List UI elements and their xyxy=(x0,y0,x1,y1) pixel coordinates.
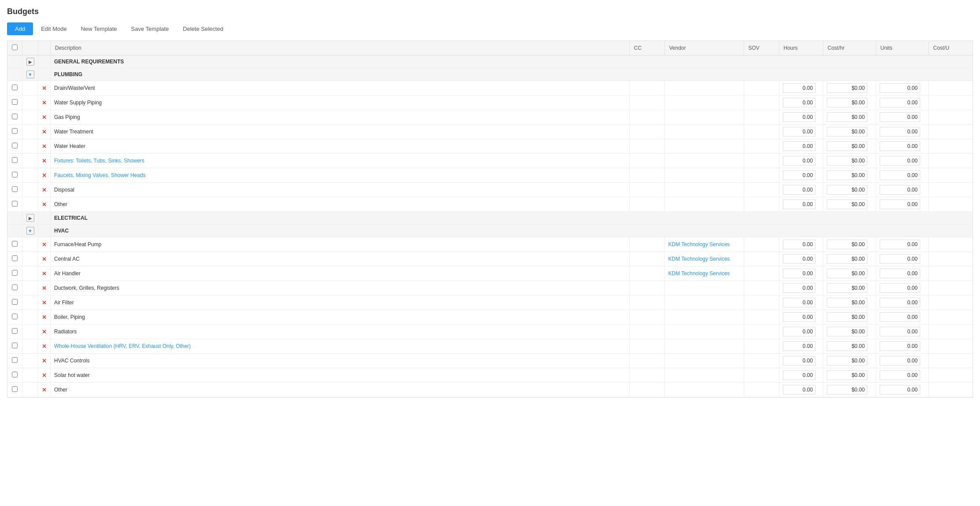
delete-icon[interactable]: ✕ xyxy=(42,285,47,292)
delete-icon[interactable]: ✕ xyxy=(42,114,47,121)
hours-input[interactable] xyxy=(783,141,816,151)
row-costhr-cell[interactable] xyxy=(823,252,876,266)
units-input[interactable] xyxy=(880,385,921,395)
costhr-input[interactable] xyxy=(827,156,868,166)
row-costhr-cell[interactable] xyxy=(823,237,876,252)
row-hours-cell[interactable] xyxy=(779,110,823,125)
hours-input[interactable] xyxy=(783,341,816,351)
row-hours-cell[interactable] xyxy=(779,383,823,397)
row-checkbox-cell[interactable] xyxy=(7,310,22,325)
row-delete-cell[interactable]: ✕ xyxy=(38,125,51,139)
delete-icon[interactable]: ✕ xyxy=(42,172,47,179)
hours-input[interactable] xyxy=(783,327,816,336)
row-checkbox-cell[interactable] xyxy=(7,183,22,197)
add-button[interactable]: Add xyxy=(7,22,33,35)
row-units-cell[interactable] xyxy=(876,139,929,154)
row-hours-cell[interactable] xyxy=(779,266,823,281)
row-hours-cell[interactable] xyxy=(779,197,823,212)
row-units-cell[interactable] xyxy=(876,339,929,354)
row-costhr-cell[interactable] xyxy=(823,354,876,368)
hours-input[interactable] xyxy=(783,112,816,122)
row-checkbox[interactable] xyxy=(12,386,18,392)
row-checkbox-cell[interactable] xyxy=(7,368,22,383)
row-costhr-cell[interactable] xyxy=(823,383,876,397)
delete-icon[interactable]: ✕ xyxy=(42,201,47,208)
row-costhr-cell[interactable] xyxy=(823,339,876,354)
delete-icon[interactable]: ✕ xyxy=(42,158,47,164)
row-checkbox-cell[interactable] xyxy=(7,266,22,281)
row-checkbox[interactable] xyxy=(12,201,18,207)
delete-icon[interactable]: ✕ xyxy=(42,372,47,379)
row-delete-cell[interactable]: ✕ xyxy=(38,383,51,397)
units-input[interactable] xyxy=(880,298,921,307)
hours-input[interactable] xyxy=(783,83,816,93)
row-delete-cell[interactable]: ✕ xyxy=(38,81,51,96)
row-units-cell[interactable] xyxy=(876,252,929,266)
row-checkbox-cell[interactable] xyxy=(7,281,22,295)
row-hours-cell[interactable] xyxy=(779,237,823,252)
delete-icon[interactable]: ✕ xyxy=(42,143,47,150)
row-delete-cell[interactable]: ✕ xyxy=(38,339,51,354)
row-hours-cell[interactable] xyxy=(779,125,823,139)
delete-icon[interactable]: ✕ xyxy=(42,129,47,135)
row-hours-cell[interactable] xyxy=(779,325,823,339)
row-checkbox[interactable] xyxy=(12,128,18,134)
row-delete-cell[interactable]: ✕ xyxy=(38,154,51,168)
row-units-cell[interactable] xyxy=(876,183,929,197)
row-checkbox-cell[interactable] xyxy=(7,354,22,368)
row-delete-cell[interactable]: ✕ xyxy=(38,197,51,212)
delete-selected-button[interactable]: Delete Selected xyxy=(177,22,230,35)
row-hours-cell[interactable] xyxy=(779,139,823,154)
row-checkbox[interactable] xyxy=(12,186,18,192)
row-delete-cell[interactable]: ✕ xyxy=(38,325,51,339)
row-units-cell[interactable] xyxy=(876,110,929,125)
row-hours-cell[interactable] xyxy=(779,295,823,310)
costhr-input[interactable] xyxy=(827,98,868,107)
costhr-input[interactable] xyxy=(827,127,868,137)
row-checkbox[interactable] xyxy=(12,314,18,319)
row-checkbox[interactable] xyxy=(12,172,18,177)
delete-icon[interactable]: ✕ xyxy=(42,343,47,350)
delete-icon[interactable]: ✕ xyxy=(42,241,47,248)
row-checkbox-cell[interactable] xyxy=(7,168,22,183)
row-units-cell[interactable] xyxy=(876,310,929,325)
row-checkbox[interactable] xyxy=(12,270,18,276)
row-delete-cell[interactable]: ✕ xyxy=(38,183,51,197)
row-checkbox[interactable] xyxy=(12,99,18,105)
row-checkbox-cell[interactable] xyxy=(7,96,22,110)
costhr-input[interactable] xyxy=(827,370,868,380)
units-input[interactable] xyxy=(880,98,921,107)
units-input[interactable] xyxy=(880,83,921,93)
row-hours-cell[interactable] xyxy=(779,96,823,110)
row-checkbox[interactable] xyxy=(12,357,18,363)
costhr-input[interactable] xyxy=(827,356,868,366)
row-costhr-cell[interactable] xyxy=(823,110,876,125)
row-costhr-cell[interactable] xyxy=(823,96,876,110)
delete-icon[interactable]: ✕ xyxy=(42,187,47,193)
row-checkbox[interactable] xyxy=(12,241,18,247)
costhr-input[interactable] xyxy=(827,83,868,93)
row-units-cell[interactable] xyxy=(876,81,929,96)
units-input[interactable] xyxy=(880,156,921,166)
row-units-cell[interactable] xyxy=(876,237,929,252)
units-input[interactable] xyxy=(880,112,921,122)
row-hours-cell[interactable] xyxy=(779,154,823,168)
units-input[interactable] xyxy=(880,269,921,278)
delete-icon[interactable]: ✕ xyxy=(42,270,47,277)
row-checkbox-cell[interactable] xyxy=(7,295,22,310)
edit-mode-button[interactable]: Edit Mode xyxy=(35,22,73,35)
row-delete-cell[interactable]: ✕ xyxy=(38,96,51,110)
units-input[interactable] xyxy=(880,283,921,293)
save-template-button[interactable]: Save Template xyxy=(125,22,175,35)
costhr-input[interactable] xyxy=(827,269,868,278)
units-input[interactable] xyxy=(880,170,921,180)
delete-icon[interactable]: ✕ xyxy=(42,100,47,106)
costhr-input[interactable] xyxy=(827,141,868,151)
row-costhr-cell[interactable] xyxy=(823,81,876,96)
units-input[interactable] xyxy=(880,312,921,322)
row-delete-cell[interactable]: ✕ xyxy=(38,281,51,295)
row-units-cell[interactable] xyxy=(876,96,929,110)
row-units-cell[interactable] xyxy=(876,354,929,368)
row-costhr-cell[interactable] xyxy=(823,325,876,339)
costhr-input[interactable] xyxy=(827,385,868,395)
